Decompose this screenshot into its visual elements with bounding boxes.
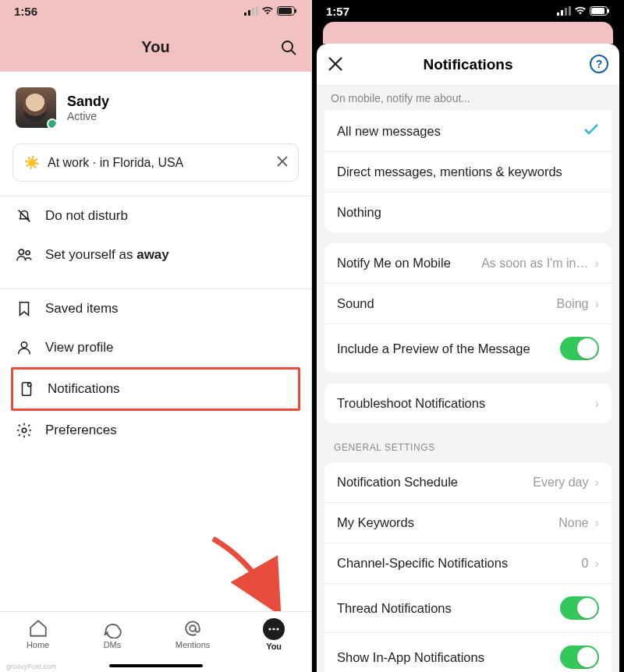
people-icon [16, 246, 33, 263]
row-value: Boing [557, 297, 589, 311]
svg-rect-1 [248, 10, 250, 16]
svg-rect-5 [278, 8, 292, 14]
svg-rect-23 [561, 10, 563, 16]
svg-rect-20 [273, 628, 275, 630]
tab-you[interactable]: You [263, 618, 285, 651]
sheet: Notifications ? On mobile, notify me abo… [317, 44, 619, 672]
tab-label: You [266, 642, 282, 651]
svg-point-21 [277, 628, 279, 630]
svg-rect-22 [557, 12, 559, 16]
home-indicator[interactable] [109, 664, 203, 667]
svg-point-16 [27, 383, 30, 386]
status-icons [557, 6, 610, 16]
help-icon[interactable]: ? [590, 55, 608, 73]
menu-label: Do not disturb [45, 208, 128, 224]
svg-rect-6 [295, 9, 296, 13]
status-text: At work · in Florida, USA [48, 156, 183, 170]
sun-icon: ☀️ [24, 155, 40, 170]
menu-set-away[interactable]: Set yourself as away [0, 235, 311, 274]
settings-group: Notify Me on Mobile As soon as I'm in…› … [324, 243, 612, 373]
tab-home[interactable]: Home [27, 618, 49, 649]
tab-mentions[interactable]: Mentions [176, 618, 211, 649]
person-icon [16, 339, 33, 356]
status-icons [244, 6, 297, 16]
background-peek [323, 22, 613, 44]
clear-status-icon[interactable] [276, 155, 289, 171]
row-label: Sound [337, 296, 374, 311]
toggle-thread[interactable] [560, 596, 599, 620]
svg-point-14 [21, 342, 27, 348]
radio-group: All new messages Direct messages, mentio… [324, 111, 612, 232]
svg-rect-25 [569, 6, 571, 16]
menu-label: View profile [45, 340, 114, 355]
row-keywords[interactable]: My Keywords None› [324, 503, 612, 543]
svg-point-17 [22, 428, 27, 433]
svg-rect-2 [252, 8, 254, 16]
profile-name: Sandy [67, 94, 109, 110]
close-icon[interactable] [328, 56, 343, 75]
profile-row[interactable]: Sandy Active [0, 72, 311, 136]
row-label: My Keywords [337, 515, 414, 530]
svg-rect-27 [591, 8, 604, 14]
svg-rect-24 [565, 8, 567, 16]
toggle-preview[interactable] [560, 337, 599, 360]
toggle-inapp[interactable] [560, 645, 599, 669]
gear-icon [16, 422, 33, 439]
chevron-right-icon: › [595, 296, 600, 311]
scroll-area[interactable]: On mobile, notify me about... All new me… [317, 86, 619, 672]
row-label: Show In-App Notifications [337, 650, 484, 665]
row-inapp-notifications[interactable]: Show In-App Notifications [324, 633, 612, 672]
radio-nothing[interactable]: Nothing [324, 193, 612, 232]
svg-rect-28 [608, 9, 609, 13]
phone-notification-icon [18, 380, 35, 398]
menu-label: Notifications [48, 381, 120, 397]
row-troubleshoot[interactable]: Troubleshoot Notifications › [324, 384, 612, 423]
chevron-right-icon: › [595, 556, 600, 571]
page-title: You [141, 38, 169, 56]
svg-point-13 [26, 251, 30, 255]
row-thread-notifications[interactable]: Thread Notifications [324, 584, 612, 633]
sheet-title: Notifications [423, 56, 512, 73]
svg-point-12 [19, 249, 23, 254]
menu-notifications[interactable]: Notifications [13, 370, 298, 409]
home-icon [28, 618, 48, 638]
check-icon [583, 123, 599, 139]
chevron-right-icon: › [595, 475, 600, 490]
radio-all-new[interactable]: All new messages [324, 111, 612, 152]
row-label: Notification Schedule [337, 475, 458, 490]
status-card[interactable]: ☀️ At work · in Florida, USA [12, 143, 299, 182]
highlight-box: Notifications [11, 367, 300, 411]
row-label: Thread Notifications [337, 601, 452, 616]
row-value: As soon as I'm in… [481, 256, 588, 271]
menu-preferences[interactable]: Preferences [0, 411, 311, 450]
sheet-header: Notifications ? [317, 44, 619, 86]
troubleshoot-group: Troubleshoot Notifications › [324, 384, 612, 423]
row-label: All new messages [337, 124, 441, 139]
arrow-annotation [201, 527, 295, 621]
presence-dot-icon [47, 118, 56, 128]
search-icon[interactable] [280, 39, 297, 59]
menu-label: Set yourself as away [45, 247, 169, 263]
row-channel-specific[interactable]: Channel-Specific Notifications 0› [324, 543, 612, 584]
row-sound[interactable]: Sound Boing› [324, 284, 612, 324]
tab-label: Mentions [176, 640, 211, 649]
svg-point-19 [269, 628, 271, 630]
row-value: None [558, 516, 588, 530]
row-label: Direct messages, mentions & keywords [337, 164, 562, 179]
status-bar: 1:57 [312, 0, 624, 22]
row-include-preview[interactable]: Include a Preview of the Message [324, 324, 612, 373]
row-notify-mobile[interactable]: Notify Me on Mobile As soon as I'm in…› [324, 243, 612, 284]
section-note: On mobile, notify me about... [317, 86, 619, 111]
svg-rect-3 [256, 6, 258, 16]
menu-do-not-disturb[interactable]: Do not disturb [0, 196, 311, 235]
general-group: Notification Schedule Every day› My Keyw… [324, 462, 612, 672]
menu-view-profile[interactable]: View profile [0, 328, 311, 367]
menu-saved-items[interactable]: Saved items [0, 289, 311, 328]
avatar [16, 87, 56, 128]
at-icon [183, 618, 203, 638]
chevron-right-icon: › [595, 515, 600, 530]
radio-dm-mentions[interactable]: Direct messages, mentions & keywords [324, 152, 612, 193]
row-schedule[interactable]: Notification Schedule Every day› [324, 462, 612, 503]
clock: 1:57 [326, 5, 349, 18]
tab-dms[interactable]: DMs [102, 618, 122, 649]
